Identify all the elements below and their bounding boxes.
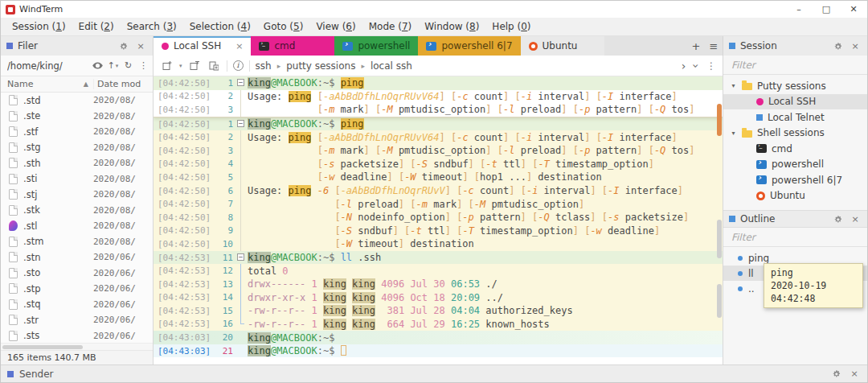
file-list-header: Name▲ Date mod — [1, 76, 153, 93]
sidebar-item-putty-sessions[interactable]: ▾Putty sessions — [723, 78, 867, 94]
more-icon[interactable]: ⋮ — [706, 60, 716, 72]
maximize-button[interactable]: □ — [813, 1, 840, 18]
file-row[interactable]: .sti2020/08/ — [1, 171, 153, 187]
tab-cmd[interactable]: cmd — [251, 36, 334, 56]
file-row[interactable]: .ste2020/08/ — [1, 109, 153, 125]
scrollbar-thumb[interactable] — [2, 345, 83, 349]
file-row[interactable]: .stj2020/08/ — [1, 187, 153, 203]
file-name: .stj — [23, 189, 93, 200]
gear-icon[interactable] — [831, 215, 844, 224]
fold-column[interactable]: − — [235, 117, 248, 131]
up-directory-icon[interactable]: ↑▾ — [106, 60, 120, 71]
vertical-scrollbar[interactable] — [716, 76, 723, 364]
close-panel-icon[interactable]: × — [848, 369, 861, 379]
terminal-buffer[interactable]: [04:42:50]1−king@MACBOOK:~$ ping[04:42:5… — [154, 76, 723, 364]
breadcrumb-item[interactable]: putty sessions — [286, 60, 355, 72]
outline-filter-input[interactable] — [731, 232, 859, 243]
chevron-right-icon[interactable]: › — [682, 60, 686, 72]
tab-local-ssh[interactable]: Local SSH× — [154, 36, 251, 56]
gear-icon[interactable] — [831, 42, 844, 51]
menu-item-window[interactable]: Window (8) — [418, 19, 485, 34]
tree-expand-icon[interactable]: ▾ — [730, 82, 737, 89]
sidebar-item-cmd[interactable]: cmd — [723, 141, 867, 157]
gear-icon[interactable] — [117, 42, 129, 51]
line-content: total 0 — [248, 266, 289, 277]
line-content: Usage: ping [-aAbBdDfhLnOqrRUvV64] [-c c… — [248, 132, 678, 143]
sidebar-item-local-telnet[interactable]: Local Telnet — [723, 109, 867, 126]
file-row[interactable]: .str2020/06/ — [1, 312, 153, 328]
breadcrumb-item[interactable]: local ssh — [371, 60, 412, 72]
fold-line — [240, 144, 241, 158]
file-row[interactable]: .stm2020/08/ — [1, 234, 153, 250]
breadcrumb-item[interactable]: ssh — [256, 60, 272, 72]
file-row[interactable]: .sth2020/08/ — [1, 155, 153, 171]
cmd-icon — [756, 144, 767, 153]
menu-item-mode[interactable]: Mode (7) — [362, 19, 419, 34]
file-name: .stn — [23, 252, 93, 263]
menu-item-help[interactable]: Help (0) — [485, 19, 537, 34]
file-row[interactable]: .std2020/08/ — [1, 93, 153, 109]
sidebar-item-local-ssh[interactable]: Local SSH — [723, 94, 867, 110]
tab-powershell-6-7[interactable]: powershell 6|7 — [418, 36, 520, 56]
new-session-dropdown-icon[interactable]: ▾ — [179, 63, 182, 69]
scrollbar-mark-current[interactable] — [717, 104, 722, 136]
more-icon[interactable]: ⋮ — [137, 60, 150, 71]
file-row[interactable]: .sto2020/06/ — [1, 266, 153, 282]
menu-item-goto[interactable]: Goto (5) — [257, 19, 310, 34]
close-panel-icon[interactable]: × — [849, 41, 862, 51]
new-session-icon[interactable] — [160, 61, 174, 71]
horizontal-scrollbar[interactable] — [1, 343, 153, 350]
close-panel-icon[interactable]: × — [134, 41, 147, 51]
scrollbar-thumb[interactable] — [717, 220, 722, 258]
minimize-button[interactable]: – — [785, 1, 813, 18]
file-row[interactable]: .sts2020/06/ — [1, 328, 153, 344]
menu-item-search[interactable]: Search (3) — [121, 19, 183, 34]
fold-column[interactable]: − — [235, 251, 248, 265]
gear-icon[interactable] — [829, 369, 842, 378]
outline-panel-header: Outline × — [723, 210, 867, 228]
close-tab-icon[interactable]: × — [235, 41, 243, 51]
fold-collapse-icon[interactable]: − — [237, 120, 244, 127]
column-name[interactable]: Name▲ — [1, 79, 93, 89]
filer-panel-header: Filer × — [1, 36, 154, 56]
fold-collapse-icon[interactable]: − — [237, 253, 244, 261]
refresh-icon[interactable]: ↻ — [121, 60, 135, 71]
file-row[interactable]: .stf2020/08/ — [1, 124, 153, 140]
file-row[interactable]: .stn2020/06/ — [1, 249, 153, 266]
session-filter-input[interactable] — [731, 60, 859, 71]
square-blue-icon — [756, 114, 763, 121]
menu-item-session[interactable]: Session (1) — [6, 19, 72, 34]
menu-item-selection[interactable]: Selection (4) — [183, 19, 257, 34]
file-date: 2020/08/ — [93, 126, 153, 137]
file-name: .sth — [23, 158, 93, 169]
menu-item-edit[interactable]: Edit (2) — [72, 19, 121, 34]
tab-list-button[interactable]: ≡ — [705, 36, 723, 56]
tree-expand-icon[interactable]: ▾ — [730, 130, 737, 137]
file-row[interactable]: .stp2020/06/ — [1, 281, 153, 297]
file-row[interactable]: .stl2020/08/ — [1, 218, 153, 234]
close-button[interactable]: ✕ — [840, 1, 867, 18]
sidebar-item-powershell-6-7[interactable]: powershell 6|7 — [723, 172, 867, 188]
add-tab-button[interactable]: + — [687, 36, 705, 56]
scrollbar-thumb[interactable] — [717, 284, 722, 318]
file-row[interactable]: .stg2020/08/ — [1, 140, 153, 156]
fold-column[interactable]: − — [235, 76, 248, 90]
sidebar-item-ubuntu[interactable]: Ubuntu — [723, 188, 867, 204]
close-panel-icon[interactable]: × — [849, 214, 862, 224]
new-file-icon[interactable] — [207, 61, 221, 71]
tab-powershell[interactable]: powershell — [334, 36, 418, 56]
file-row[interactable]: .stq2020/06/ — [1, 297, 153, 313]
sidebar-item-powershell[interactable]: powershell — [723, 157, 867, 173]
column-date-modified[interactable]: Date mod — [93, 79, 153, 89]
eye-icon[interactable] — [91, 62, 104, 69]
file-row[interactable]: .stk2020/08/ — [1, 203, 153, 219]
filer-panel: ↑▾ ↻ ⋮ Name▲ Date mod .std2020/08/.ste20… — [1, 56, 154, 364]
sidebar-item-shell-sessions[interactable]: ▾Shell sessions — [723, 126, 867, 142]
tab-ubuntu[interactable]: Ubuntu — [521, 36, 604, 56]
info-icon[interactable]: i — [233, 60, 244, 71]
fold-collapse-icon[interactable]: − — [237, 79, 244, 86]
menu-item-view[interactable]: View (6) — [309, 19, 362, 34]
new-window-icon[interactable] — [188, 61, 202, 71]
chevron-down-icon[interactable]: › — [690, 64, 702, 68]
path-input[interactable] — [7, 60, 89, 72]
